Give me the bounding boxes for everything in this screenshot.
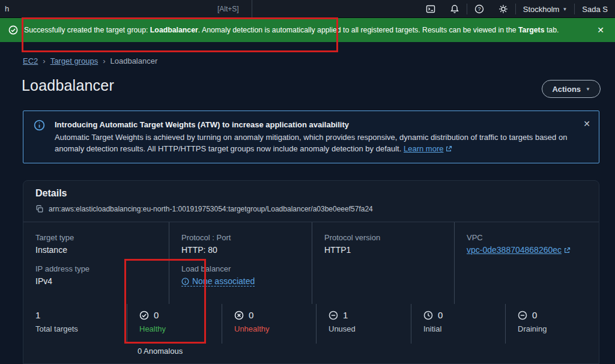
gear-icon [498,4,508,14]
stat-draining: 0 Draining [505,304,599,344]
breadcrumb-current-page: Loadbalancer [110,56,157,65]
success-flashbar: Successfully created the target group: L… [0,18,615,42]
breadcrumb-target-groups-link[interactable]: Target groups [50,56,98,65]
field-protocol-version: Protocol version HTTP1 [324,233,447,255]
atw-info-banner: Introducing Automatic Target Weights (AT… [23,111,599,163]
stat-label: Unhealthy [234,324,311,333]
arn-value: arn:aws:elasticloadbalancing:eu-north-1:… [49,205,373,213]
info-circle-icon [34,120,45,131]
breadcrumb-separator: › [43,56,45,65]
field-value: IPv4 [35,276,162,286]
stat-value: 1 [343,310,348,320]
vpc-link[interactable]: vpc-0de388704868260ec [467,245,562,255]
stat-unhealthy: 0 Unhealthy [222,304,316,344]
x-circle-icon [234,311,244,320]
anomalous-count: 0 Anomalous [138,347,183,356]
check-circle-icon [139,311,149,320]
cloudshell-button[interactable] [419,0,443,18]
stat-healthy: 0 Healthy [127,304,222,344]
stat-value: 1 [35,310,40,320]
info-banner-title: Introducing Automatic Target Weights (AT… [55,119,572,130]
svg-text:?: ? [477,6,480,12]
bell-icon [450,4,459,14]
stat-unused: 1 Unused [316,304,411,344]
flashbar-message: Successfully created the target group: L… [24,26,595,34]
field-label: Target type [35,233,162,242]
search-input[interactable]: h [5,4,9,13]
info-circle-icon [181,278,189,285]
learn-more-link[interactable]: Learn more [404,144,443,153]
stat-label: Healthy [139,324,217,333]
field-target-type: Target type Instance [35,233,162,255]
top-navigation-bar: h [Alt+S] ? [0,0,615,18]
load-balancer-value: None associated [192,276,255,286]
breadcrumb: EC2 › Target groups › Loadbalancer [23,56,157,65]
stat-value: 0 [249,310,253,320]
targets-tab-name: Targets [518,26,545,34]
stat-value: 0 [154,310,159,320]
question-circle-icon: ? [474,4,484,14]
settings-button[interactable] [491,0,515,18]
field-label: VPC [467,233,593,242]
field-label: Protocol version [324,233,447,242]
flashbar-close-icon[interactable]: ✕ [595,25,607,35]
load-balancer-link[interactable]: None associated [181,276,255,287]
field-load-balancer: Load balancer None associated [181,264,304,287]
details-card: Details arn:aws:elasticloadbalancing:eu-… [23,180,599,364]
stat-label: Total targets [35,324,122,333]
info-banner-body: Automatic Target Weights is achieved by … [55,132,572,154]
success-check-circle-icon [8,25,18,35]
details-fields-grid: Target type Instance IP address type IPv… [23,222,599,304]
topbar-divider [252,0,252,18]
arn-row: arn:aws:elasticloadbalancing:eu-north-1:… [35,205,373,213]
notifications-button[interactable] [443,0,467,18]
stat-value: 0 [438,310,443,320]
search-shortcut-hint: [Alt+S] [217,5,239,13]
account-label: Sada S [582,5,608,14]
minus-circle-icon [329,311,338,320]
breadcrumb-ec2-link[interactable]: EC2 [23,56,38,65]
info-banner-close-icon[interactable]: ✕ [583,118,590,130]
field-value: HTTP: 80 [181,245,304,255]
stat-value: 0 [532,310,537,320]
stat-label: Initial [423,324,500,333]
clock-icon [423,311,433,320]
field-label: IP address type [35,264,162,273]
field-label: Protocol : Port [181,233,304,242]
stat-label: Draining [518,324,595,333]
actions-button[interactable]: Actions ▼ [542,80,601,98]
chevron-down-icon: ▼ [562,7,567,12]
region-selector[interactable]: Stockholm ▼ [516,5,575,14]
stat-total-targets: 1 Total targets [23,304,127,344]
stat-initial: 0 Initial [411,304,505,344]
field-vpc: VPC vpc-0de388704868260ec [467,233,593,255]
target-group-name: Loadbalancer [150,26,198,34]
page-title: Loadbalancer [22,77,114,94]
external-link-icon [445,145,452,153]
external-link-icon [563,247,571,254]
field-protocol-port: Protocol : Port HTTP: 80 [181,233,304,255]
stat-label: Unused [329,324,406,333]
chevron-down-icon: ▼ [586,86,590,92]
breadcrumb-separator: › [103,56,105,65]
minus-circle-icon [518,311,527,320]
aws-console-screen: h [Alt+S] ? [0,0,615,364]
field-label: Load balancer [181,264,304,273]
help-button[interactable]: ? [467,0,491,18]
field-value: Instance [35,245,162,255]
actions-button-label: Actions [552,85,581,94]
field-value: HTTP1 [324,245,447,255]
field-ip-address-type: IP address type IPv4 [35,264,162,286]
account-menu[interactable]: Sada S [575,5,615,14]
region-label: Stockholm [523,5,560,14]
details-header: Details [35,188,67,199]
cloudshell-terminal-icon [426,4,435,14]
copy-icon[interactable] [35,205,44,213]
target-health-stats: 1 Total targets 0 Healthy 0 Unhealthy [23,304,599,344]
